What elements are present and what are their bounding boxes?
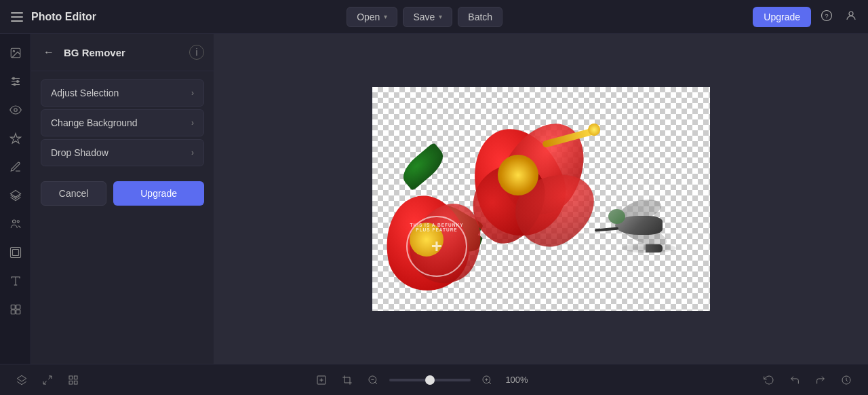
drop-shadow-chevron-icon: › <box>191 148 194 157</box>
change-background-chevron-icon: › <box>191 118 194 128</box>
reset-icon <box>764 375 774 385</box>
svg-line-37 <box>489 382 491 384</box>
back-arrow-icon: ← <box>43 46 54 58</box>
save-label: Save <box>413 12 435 22</box>
sidebar-item-photo[interactable] <box>3 41 28 65</box>
svg-point-9 <box>16 81 18 83</box>
app-title: Photo Editor <box>31 11 96 23</box>
side-panel: ← BG Remover i Adjust Selection › Change… <box>31 34 214 364</box>
adjust-selection-item[interactable]: Adjust Selection › <box>41 79 204 107</box>
undo-button[interactable] <box>784 369 806 391</box>
svg-point-8 <box>12 77 14 79</box>
bird-head <box>608 209 625 224</box>
header-right: Upgrade ? <box>753 7 860 27</box>
canvas-viewport: + THIS IS A BEFUNKY PLUS FEATURE <box>372 87 710 311</box>
plus-icon: + <box>431 236 442 257</box>
header: Photo Editor Open ▾ Save ▾ Batch Upgrade… <box>0 0 868 34</box>
redo-icon <box>815 375 826 385</box>
canvas-area: + THIS IS A BEFUNKY PLUS FEATURE <box>214 34 868 364</box>
upgrade-button[interactable]: Upgrade <box>753 7 811 27</box>
cancel-button[interactable]: Cancel <box>41 181 106 206</box>
sidebar-item-graphics[interactable] <box>3 297 28 322</box>
svg-rect-27 <box>74 376 77 379</box>
zoom-in-icon <box>481 375 492 385</box>
effects-icon <box>9 132 22 145</box>
zoom-in-button[interactable] <box>477 371 496 390</box>
back-button[interactable]: ← <box>41 45 57 60</box>
open-button[interactable]: Open ▾ <box>347 7 397 27</box>
redo-button[interactable] <box>810 369 831 391</box>
open-label: Open <box>357 12 380 22</box>
sidebar-item-layers[interactable] <box>3 183 28 208</box>
svg-rect-20 <box>16 305 20 309</box>
svg-point-10 <box>14 83 16 86</box>
sidebar-item-effects[interactable] <box>3 126 28 151</box>
svg-line-34 <box>375 382 377 384</box>
crop-icon <box>342 375 353 385</box>
drop-shadow-label: Drop Shadow <box>51 147 191 158</box>
svg-rect-21 <box>11 310 15 314</box>
info-button[interactable]: i <box>189 45 204 60</box>
save-button[interactable]: Save ▾ <box>403 7 452 27</box>
bird-beak <box>595 227 618 231</box>
batch-button[interactable]: Batch <box>458 7 502 27</box>
svg-rect-22 <box>16 310 20 314</box>
header-center: Open ▾ Save ▾ Batch <box>96 7 753 27</box>
change-background-item[interactable]: Change Background › <box>41 109 204 136</box>
account-icon-button[interactable] <box>842 7 860 27</box>
panel-header: ← BG Remover i <box>31 34 214 71</box>
panel-actions: Cancel Upgrade <box>31 174 214 212</box>
fit-screen-icon <box>316 375 327 385</box>
drop-shadow-item[interactable]: Drop Shadow › <box>41 139 204 166</box>
svg-line-24 <box>48 376 52 379</box>
help-icon-button[interactable]: ? <box>818 7 835 27</box>
reset-button[interactable] <box>758 369 780 391</box>
history-button[interactable] <box>835 369 857 391</box>
graphics-icon <box>9 303 22 316</box>
svg-marker-23 <box>17 375 26 381</box>
change-background-label: Change Background <box>51 117 191 128</box>
user-icon <box>845 10 857 22</box>
svg-rect-16 <box>12 250 18 256</box>
fit-screen-button[interactable] <box>312 371 331 390</box>
bottom-center: 100% <box>84 371 758 390</box>
svg-point-14 <box>17 221 19 223</box>
layers-bottom-button[interactable] <box>11 369 33 391</box>
svg-point-2 <box>849 12 853 16</box>
sidebar-item-adjustments[interactable] <box>3 69 28 94</box>
sidebar-item-eye[interactable] <box>3 98 28 122</box>
svg-rect-19 <box>11 305 15 309</box>
zoom-out-button[interactable] <box>363 371 382 390</box>
sidebar-item-text[interactable] <box>3 269 28 293</box>
sidebar-item-frames[interactable] <box>3 240 28 265</box>
zoom-out-icon <box>368 375 378 385</box>
sidebar-item-paint[interactable] <box>3 155 28 179</box>
bottom-bar: 100% <box>0 364 868 395</box>
flower-center <box>498 155 538 195</box>
layers-bottom-icon <box>16 375 27 385</box>
svg-point-13 <box>12 220 16 223</box>
crop-button[interactable] <box>338 371 357 390</box>
svg-rect-15 <box>10 248 20 258</box>
svg-rect-29 <box>74 381 77 384</box>
svg-point-11 <box>14 109 17 112</box>
expand-bottom-button[interactable] <box>37 369 58 391</box>
hamburger-menu-icon[interactable] <box>8 10 26 24</box>
svg-rect-28 <box>69 381 73 384</box>
hummingbird <box>601 195 683 250</box>
watermark: + THIS IS A BEFUNKY PLUS FEATURE <box>406 216 467 277</box>
watermark-text: THIS IS A BEFUNKY PLUS FEATURE <box>410 223 464 232</box>
canvas-image: + THIS IS A BEFUNKY PLUS FEATURE <box>372 87 710 311</box>
main-body: ← BG Remover i Adjust Selection › Change… <box>0 34 868 364</box>
expand-bottom-icon <box>42 375 53 385</box>
zoom-slider[interactable] <box>389 379 471 381</box>
grid-bottom-button[interactable] <box>62 369 84 391</box>
sidebar-item-people[interactable] <box>3 212 28 236</box>
svg-rect-26 <box>69 376 73 379</box>
upgrade-panel-button[interactable]: Upgrade <box>113 181 204 206</box>
zoom-level: 100% <box>503 375 530 385</box>
layers-icon <box>9 189 22 202</box>
text-icon <box>9 275 22 287</box>
leaf-2 <box>397 143 449 191</box>
svg-text:?: ? <box>825 12 829 19</box>
